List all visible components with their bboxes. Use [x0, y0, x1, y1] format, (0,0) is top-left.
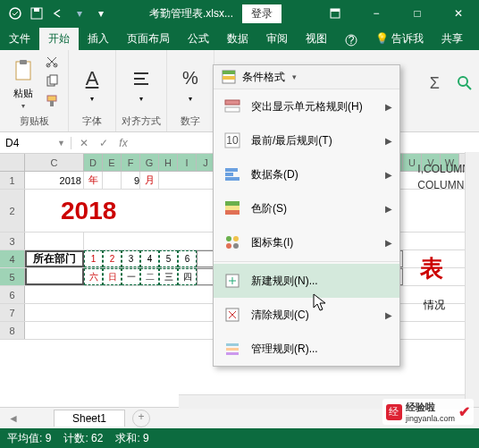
- sheet-tab[interactable]: Sheet1: [54, 410, 125, 427]
- row-header-7[interactable]: 7: [0, 304, 25, 321]
- tab-home[interactable]: 开始: [39, 28, 79, 50]
- login-button[interactable]: 登录: [242, 4, 282, 23]
- col-header-H[interactable]: H: [159, 154, 178, 171]
- tab-layout[interactable]: 页面布局: [118, 28, 179, 50]
- row-header-1[interactable]: 1: [0, 172, 25, 189]
- col-header-G[interactable]: G: [140, 154, 159, 171]
- group-font: A▾ 字体: [69, 50, 116, 131]
- redo-dropdown-icon[interactable]: ▾: [71, 5, 88, 21]
- submenu-arrow-icon: ▶: [385, 310, 392, 320]
- cell-C5[interactable]: [25, 268, 84, 285]
- menu-header[interactable]: 条件格式 ▾: [214, 65, 399, 89]
- menu-item-colorscale[interactable]: 色阶(S)▶: [214, 191, 399, 225]
- col-header-F[interactable]: F: [122, 154, 140, 171]
- save-icon[interactable]: [29, 5, 45, 21]
- weekday-5[interactable]: 四: [178, 268, 197, 285]
- enter-formula-icon[interactable]: ✓: [97, 137, 111, 149]
- menu-item-highlight[interactable]: 突出显示单元格规则(H)▶: [214, 89, 399, 123]
- qat-more-icon[interactable]: ▾: [93, 5, 109, 21]
- namebox-dropdown-icon[interactable]: ▼: [57, 139, 65, 148]
- cancel-formula-icon[interactable]: ✕: [77, 137, 91, 149]
- maximize-icon[interactable]: □: [397, 0, 438, 27]
- undo-icon[interactable]: [50, 5, 66, 21]
- copy-icon[interactable]: [45, 74, 63, 92]
- col-header-C[interactable]: C: [25, 154, 84, 171]
- menu-item-label: 管理规则(R)...: [251, 342, 318, 357]
- menu-item-databars[interactable]: 数据条(D)▶: [214, 157, 399, 191]
- find-icon[interactable]: [456, 74, 474, 92]
- paste-button[interactable]: 粘贴 ▾: [5, 56, 41, 110]
- tab-tellme[interactable]: 💡告诉我: [366, 28, 433, 50]
- day-num-3[interactable]: 4: [140, 250, 159, 267]
- autosave-toggle[interactable]: [7, 5, 23, 21]
- cell-G1[interactable]: 月: [140, 172, 159, 189]
- cell-F1[interactable]: 9: [122, 172, 140, 189]
- status-bar: 平均值: 9 计数: 62 求和: 9: [0, 428, 479, 448]
- submenu-arrow-icon: ▶: [385, 102, 392, 112]
- name-box[interactable]: D4 ▼: [0, 137, 71, 149]
- row-header-5[interactable]: 5: [0, 268, 25, 285]
- share-button[interactable]: 共享: [433, 28, 472, 50]
- font-label: 字体: [82, 114, 102, 130]
- menu-item-clear[interactable]: 清除规则(C)▶: [214, 298, 399, 332]
- day-num-4[interactable]: 5: [159, 250, 178, 267]
- row-header-3[interactable]: 3: [0, 232, 25, 249]
- ribbon-options-icon[interactable]: [315, 0, 356, 27]
- status-avg: 平均值: 9: [7, 431, 51, 446]
- add-sheet-button[interactable]: +: [132, 410, 150, 427]
- condfmt-icon: [221, 69, 237, 85]
- tab-file[interactable]: 文件: [0, 28, 39, 50]
- minimize-icon[interactable]: −: [356, 0, 397, 27]
- file-name: 考勤管理表.xlsx...: [149, 6, 233, 21]
- cell-D1[interactable]: 年: [84, 172, 103, 189]
- col-header-D[interactable]: D: [84, 154, 103, 171]
- row-header-8[interactable]: 8: [0, 322, 25, 339]
- number-button[interactable]: %▾: [172, 64, 208, 103]
- menu-item-top10[interactable]: 10最前/最后规则(T)▶: [214, 123, 399, 157]
- menu-item-iconset[interactable]: 图标集(I)▶: [214, 225, 399, 259]
- weekday-1[interactable]: 日: [103, 268, 122, 285]
- cut-icon[interactable]: [45, 55, 63, 72]
- menu-item-new[interactable]: 新建规则(N)...: [214, 264, 399, 298]
- sum-icon[interactable]: Σ: [430, 74, 440, 93]
- format-painter-icon[interactable]: [45, 94, 63, 112]
- col-header-I[interactable]: I: [178, 154, 197, 171]
- align-button[interactable]: ▾: [123, 64, 159, 103]
- menu-item-manage[interactable]: 管理规则(R)...: [214, 332, 399, 366]
- number-label: 数字: [181, 114, 200, 130]
- tab-review[interactable]: 审阅: [257, 28, 297, 50]
- weekday-2[interactable]: 一: [122, 268, 140, 285]
- menu-item-label: 色阶(S): [251, 201, 287, 216]
- day-num-1[interactable]: 2: [103, 250, 122, 267]
- font-button[interactable]: A▾: [74, 64, 110, 103]
- svg-point-34: [233, 236, 239, 241]
- select-all-corner[interactable]: [0, 154, 25, 171]
- tab-insert[interactable]: 插入: [79, 28, 118, 50]
- day-num-0[interactable]: 1: [84, 250, 103, 267]
- fx-icon[interactable]: fx: [116, 137, 130, 149]
- tab-view[interactable]: 视图: [297, 28, 336, 50]
- cell-dept[interactable]: 所在部门: [25, 250, 84, 267]
- day-num-5[interactable]: 6: [178, 250, 197, 267]
- tab-formulas[interactable]: 公式: [179, 28, 218, 50]
- cell-C1[interactable]: 2018: [25, 172, 84, 189]
- watermark-logo-icon: 经: [386, 404, 402, 420]
- col-header-E[interactable]: E: [103, 154, 122, 171]
- row-header-2[interactable]: 2: [0, 190, 25, 232]
- vertical-scrollbar[interactable]: [465, 152, 479, 407]
- row-header-4[interactable]: 4: [0, 250, 25, 267]
- cell-E1[interactable]: [103, 172, 122, 189]
- sheet-nav-prev[interactable]: ◄: [0, 412, 27, 425]
- cell-C3[interactable]: [25, 232, 84, 249]
- tab-help[interactable]: ?: [336, 30, 366, 50]
- weekday-4[interactable]: 三: [159, 268, 178, 285]
- day-num-2[interactable]: 3: [122, 250, 140, 267]
- title-left[interactable]: 2018: [25, 190, 204, 232]
- svg-rect-8: [20, 60, 27, 64]
- weekday-0[interactable]: 六: [84, 268, 103, 285]
- weekday-3[interactable]: 二: [140, 268, 159, 285]
- row-header-6[interactable]: 6: [0, 286, 25, 303]
- close-icon[interactable]: ✕: [438, 0, 479, 27]
- tab-data[interactable]: 数据: [218, 28, 257, 50]
- svg-point-18: [458, 77, 467, 86]
